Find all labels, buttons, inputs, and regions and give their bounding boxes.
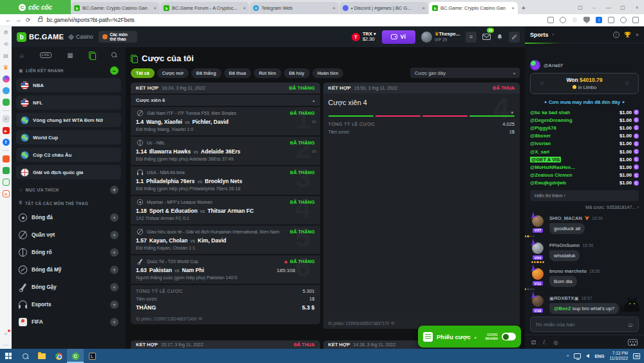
show-more-button[interactable]: Hiển thị thêm › [530,190,639,201]
expand-icon[interactable]: + [110,283,118,291]
network-icon[interactable] [574,353,581,358]
tab-close-icon[interactable]: × [422,5,425,11]
sort-select[interactable]: Cược gần đây ▾ [410,68,520,78]
stats-icon[interactable] [312,149,317,153]
bookmark-star-icon[interactable]: ☆ [572,17,578,23]
action-center-icon[interactable] [633,353,640,359]
back-capture-icon[interactable]: ← [587,5,601,10]
browser-tab-1[interactable]: b BC.Game: Crypto Casino Gan × [71,2,160,14]
bell-icon[interactable] [497,34,503,41]
chat-toggle-icon[interactable] [509,32,520,43]
wallet-button[interactable]: Ví [382,30,415,44]
expand-icon[interactable]: + [110,318,118,326]
close-icon[interactable]: × [636,32,639,38]
add-shortcut-icon[interactable]: + [3,115,10,123]
sidebar-item-world-cup[interactable]: World Cup [16,130,121,144]
coccoc-taskbar-icon[interactable]: C [67,349,84,363]
tray-expand-icon[interactable]: ^ [567,353,569,359]
avatar[interactable] [532,242,544,254]
betslip-button[interactable]: Phiếu cược ▴ CƯỢC NHANH [418,326,521,348]
sidebar-sport-esports[interactable]: Esports + [16,296,121,313]
browser-tab-2[interactable]: b BC.Game Forum - A Cryptoc... × [160,2,249,14]
inbox-button[interactable]: 99 [482,31,491,43]
filter-lost[interactable]: Đã thua [224,68,251,78]
add-favorite-button[interactable]: + [110,186,118,194]
trophy-icon[interactable] [624,31,631,38]
filter-open[interactable]: Cược mở [157,68,189,78]
url-text[interactable]: bc.game/vi/sports?bt-path=%2Fbets [47,17,135,23]
shop-green-icon[interactable] [3,167,10,174]
save-page-icon[interactable] [547,17,554,23]
filter-cashout[interactable]: Rút tiền [254,68,281,78]
chrome-icon[interactable] [50,349,67,363]
back-icon[interactable]: ← [5,17,11,23]
shop-orange-icon[interactable] [3,155,10,162]
download-manager-icon[interactable]: ↓ [596,17,602,23]
chevron-right-icon[interactable]: › [553,32,554,37]
winner-name[interactable]: @Aria07 [544,63,563,68]
games-icon[interactable] [3,99,10,106]
collapse-quick-links-button[interactable]: – [110,66,118,75]
coin-drop-icon[interactable]: ◎ [553,339,558,346]
hat-shop-icon[interactable] [3,179,10,186]
bet-card-partial-1[interactable]: KẾT HỢP 15:17, 3 thg 11, 2022 ĐÃ THUA [131,340,320,349]
taskbar-search-icon[interactable] [17,349,33,363]
transactions-icon[interactable]: ≡ [466,32,477,43]
sidebar-sport-football[interactable]: Bóng đá + [16,209,121,226]
maximize-button[interactable]: ▢ [616,5,630,10]
avatar[interactable] [532,268,544,280]
browser-tab-3[interactable]: ✈ Telegram Web × [250,2,339,14]
rules-icon[interactable]: /. [543,339,546,346]
expand-icon[interactable]: + [110,213,118,222]
more-dots-icon[interactable]: ⋯ [3,342,10,349]
expand-icon[interactable]: + [110,266,118,274]
tab-close-icon[interactable]: × [153,5,156,11]
adblock-shield-icon[interactable] [583,17,590,23]
twitter-icon[interactable] [3,87,10,94]
translate-icon[interactable] [560,17,566,23]
league-of-legends-icon[interactable]: L [84,349,100,363]
copy-icon[interactable]: ⧉ [199,316,202,321]
filter-won[interactable]: Đã thắng [191,68,222,78]
reload-icon[interactable]: ⟳ [26,17,31,23]
filter-refund[interactable]: Hoàn tiền [312,68,344,78]
emoji-icon[interactable]: ☺ [627,321,634,328]
tab-close-icon[interactable]: × [243,5,246,11]
nav-sports-active[interactable]: Các môn thể thao [99,31,137,43]
sidebar-sport-cricket[interactable]: Bóng Gậy + [16,279,121,296]
info-icon[interactable]: i [613,32,620,38]
expand-icon[interactable]: + [110,231,118,239]
sidebar-sport-basketball[interactable]: Bóng rổ + [16,244,121,261]
bet-code-link[interactable]: Mã cược: 9353818147... › [530,204,639,210]
volume-icon[interactable] [586,354,589,358]
youtube-icon[interactable]: ▶ [3,127,10,134]
sidebar-toggle-icon[interactable]: ▢ [573,5,587,10]
fold-summary[interactable]: 4 Cược xiên 4 ▾ TỔNG TỶ LỆ CƯỢC 4.025 [323,93,520,139]
notification-bell-icon[interactable]: ○ [3,330,10,337]
collapse-icon[interactable]: ▴ [312,98,314,103]
chat-input[interactable] [535,322,627,328]
messenger-icon[interactable] [3,75,10,83]
file-explorer-icon[interactable] [33,349,50,363]
facebook-icon[interactable]: f [3,139,10,146]
quick-bet-toggle[interactable] [502,333,516,340]
download-tray-icon[interactable] [632,17,639,23]
forward-icon[interactable]: → [15,17,21,23]
clock[interactable]: 7:13 PM 11/3/2022 [610,351,628,361]
filter-cancelled[interactable]: Đã hủy [284,68,310,78]
nav-casino[interactable]: Casino [69,34,93,40]
schedule-icon[interactable]: ▦ [67,52,73,59]
avatar[interactable] [532,215,544,227]
new-tab-button[interactable]: + [518,3,529,13]
user-profile[interactable]: ♛Thespe... VIP 29 [421,32,460,43]
settings-gear-icon[interactable]: ⚙ [3,29,10,36]
language-indicator[interactable]: ENG [594,354,604,358]
minimize-button[interactable]: — [601,5,616,10]
fold-row[interactable]: Cược xiên 6 ▴ [131,93,320,106]
sidebar-item-nfl[interactable]: NFL [16,95,121,110]
expand-icon[interactable]: + [110,248,118,257]
tab-close-icon[interactable]: × [332,5,336,11]
history-icon[interactable]: ⟲ [3,41,10,48]
cart-icon[interactable]: ⊞ [3,190,10,197]
bcgame-logo[interactable]: b BC.GAME [17,32,64,42]
